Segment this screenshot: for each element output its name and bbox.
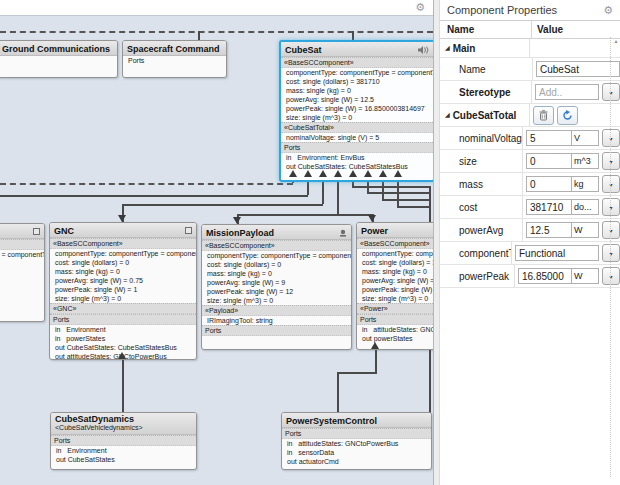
ports-band: Ports [357, 314, 433, 325]
port-line: in Environment [51, 446, 196, 455]
property-row-componenttype: componentType ▾ [440, 242, 620, 265]
property-line: componentType: componen [357, 249, 433, 258]
nominalvoltage-input[interactable] [526, 130, 572, 146]
block-title: GNC [54, 226, 74, 236]
value-column-header: Value [532, 21, 620, 38]
stereotype-band: «BaseSCComponent» [281, 57, 433, 68]
cubesat-port-riser[interactable] [397, 178, 399, 206]
poweravg-unit: W [572, 222, 599, 238]
payload-power-branch-wire[interactable] [237, 214, 373, 216]
cubesat-port-riser[interactable] [337, 178, 339, 214]
collapse-triangle-icon[interactable]: ◢ [445, 111, 450, 118]
stereotype-input[interactable] [535, 84, 599, 100]
property-label: mass [440, 173, 523, 195]
port-arrow-icon [118, 215, 126, 222]
component-mission-payload[interactable]: MissionPayload «BaseSCComponent» compone… [201, 224, 352, 350]
stereotype-band: «GNC» [50, 303, 196, 314]
stereotype-band: «BaseSCComponent» [202, 240, 351, 251]
section-row-cubesattotal: ◢ CubeSatTotal [440, 104, 620, 127]
property-line: nominalVoltage: single (V) = 5 [281, 133, 433, 142]
right-branch-wire-1[interactable] [352, 186, 430, 188]
ports-band: Ports [281, 142, 433, 153]
property-label: nominalVoltage [440, 127, 523, 149]
panel-divider[interactable] [433, 0, 440, 485]
wire-stub-cubesat-top[interactable] [352, 31, 354, 40]
property-row-cost: cost do... ▾ [440, 196, 620, 219]
reset-values-button[interactable] [557, 106, 578, 125]
power-control-wire-v2[interactable] [337, 372, 339, 412]
property-label: cost [440, 196, 523, 218]
delete-stereotype-button[interactable] [533, 106, 554, 125]
cost-input[interactable] [526, 199, 572, 215]
wire-stub-spacecraft-command[interactable] [198, 31, 200, 40]
component-power-system-control[interactable]: PowerSystemControl Ports in attitudeStat… [281, 412, 432, 470]
component-cubesat[interactable]: CubeSat «BaseSCComponent» componentType:… [279, 40, 433, 182]
component-properties-panel: Component Properties ⚙ Name Value ◢ Main… [440, 0, 620, 485]
property-line: powerAvg: single (W) = 0.75 [50, 276, 196, 285]
panel-gear-icon[interactable]: ⚙ [603, 4, 613, 17]
top-bus-wire[interactable] [0, 31, 433, 33]
component-gnc[interactable]: GNC «BaseSCComponent» componentType: com… [49, 222, 197, 360]
property-line: componentType: componentType = component… [202, 251, 351, 260]
componenttype-input[interactable] [515, 245, 599, 261]
mass-unit: kg [572, 176, 599, 192]
property-line: mass: single (kg) = 0 [357, 267, 433, 276]
block-title: CubeSat [285, 45, 322, 55]
component-left-partial[interactable]: componentType: componentType = component… [0, 223, 45, 322]
property-label: powerPeak [440, 265, 515, 287]
mass-input[interactable] [526, 176, 572, 192]
property-row-mass: mass kg ▾ [440, 173, 620, 196]
port-line: out powerStates [357, 334, 433, 343]
gnc-dynamics-wire[interactable] [122, 358, 124, 412]
ports-label: Ports [123, 56, 226, 65]
port-arrow-icon [379, 170, 387, 177]
scroll-up-icon[interactable]: ▲ [612, 37, 620, 45]
powerpeak-input[interactable] [518, 268, 572, 284]
section-label: Main [453, 43, 476, 54]
speaker-icon [418, 46, 429, 54]
property-line: powerAvg: single (W) = 12.5 [281, 95, 433, 104]
component-ground-communications[interactable]: Ground Communications [0, 40, 118, 78]
canvas-gear-icon[interactable]: ⚙ [415, 0, 425, 15]
env-bus-wire[interactable] [0, 183, 293, 185]
block-title: Spacecraft Command [127, 44, 220, 54]
power-control-wire-h[interactable] [337, 372, 377, 374]
port-line: out CubeSatStates [51, 455, 196, 464]
port-arrow-icon [319, 170, 327, 177]
port-line: out CubeSatStates: CubeSatStatesBus [50, 343, 196, 352]
ports-band: Ports [202, 325, 351, 336]
power-control-wire-v1[interactable] [375, 348, 377, 372]
right-branch-wire-3[interactable] [382, 199, 430, 201]
badge-icon [339, 229, 347, 237]
collapse-triangle-icon[interactable]: ◢ [445, 44, 450, 51]
poweravg-input[interactable] [526, 222, 572, 238]
nominalvoltage-unit: V [572, 130, 599, 146]
panel-scrollbar[interactable]: ▲ [612, 37, 620, 277]
component-cubesat-dynamics[interactable]: CubeSatDynamics <CubeSatVehicledynamics>… [50, 412, 197, 470]
ports-band: Ports [51, 435, 196, 446]
cost-unit: do... [572, 199, 599, 215]
port-line: in attitudeStates: GNCtoP [357, 325, 433, 334]
property-label: Stereotype [440, 81, 532, 103]
name-input[interactable] [536, 61, 620, 77]
gnc-branch-wire[interactable] [122, 204, 323, 206]
architecture-canvas[interactable]: ⚙ Ground Communications [0, 0, 433, 485]
port-arrow-icon [364, 170, 372, 177]
states-bus-wire[interactable] [0, 195, 308, 197]
right-branch-wire-4[interactable] [397, 206, 430, 208]
property-row-size: size m^3 ▾ [440, 150, 620, 173]
property-line: componentType: componentType = component… [50, 249, 196, 258]
property-row-name: Name [440, 58, 620, 81]
port-arrow-icon [394, 170, 402, 177]
port-arrow-icon [368, 215, 376, 222]
component-spacecraft-command[interactable]: Spacecraft Command Ports [122, 40, 227, 78]
port-line: in Environment: EnvBus [281, 153, 433, 162]
port-arrow-icon [304, 170, 312, 177]
port-line: out actuatorCmd [282, 457, 431, 466]
subsystem-square-icon [33, 228, 40, 235]
size-unit: m^3 [572, 153, 599, 169]
block-subtitle: <CubeSatVehicledynamics> [55, 424, 192, 432]
property-row-powerpeak: powerPeak W ▾ [440, 265, 620, 288]
component-power[interactable]: Power «BaseSCComponent» componentType: c… [356, 222, 433, 350]
size-input[interactable] [526, 153, 572, 169]
